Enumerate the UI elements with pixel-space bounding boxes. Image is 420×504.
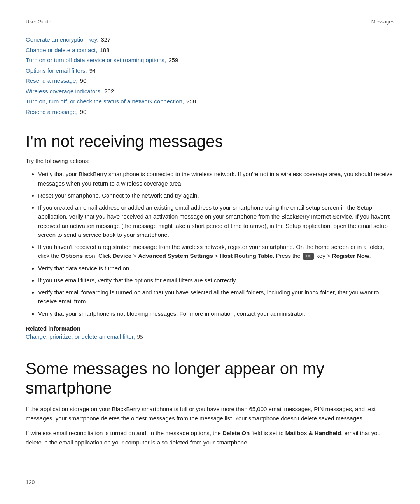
host-bold: Host Routing Table — [220, 252, 273, 259]
link-item: Wireless coverage indicators, 262 — [26, 87, 394, 96]
key-icon — [303, 253, 314, 260]
section1-title: I'm not receiving messages — [26, 132, 394, 151]
options-bold: Options — [61, 252, 83, 259]
link-anchor[interactable]: Options for email filters, — [26, 67, 87, 74]
header-left: User Guide — [26, 19, 51, 24]
svg-rect-3 — [309, 255, 310, 256]
bullet-6: If you use email filters, verify that th… — [38, 276, 394, 285]
section-not-receiving: I'm not receiving messages Try the follo… — [26, 132, 394, 340]
svg-rect-6 — [309, 256, 310, 257]
link-anchor[interactable]: Turn on, turn off, or check the status o… — [26, 98, 184, 105]
related-info-label: Related information — [26, 325, 394, 332]
delete-on-bold: Delete On — [222, 430, 250, 436]
link-page: 90 — [78, 77, 86, 84]
register-bold: Register Now — [332, 252, 369, 259]
mailbox-bold: Mailbox & Handheld — [285, 430, 341, 436]
link-item: Resend a message, 90 — [26, 108, 394, 117]
svg-rect-5 — [308, 256, 309, 257]
link-anchor[interactable]: Turn on or turn off data service or set … — [26, 57, 166, 63]
bullet-3: If you created an email address or added… — [38, 203, 394, 239]
related-link[interactable]: Change, prioritize, or delete an email f… — [26, 333, 135, 340]
link-anchor[interactable]: Generate an encryption key, — [26, 36, 98, 43]
link-page: 259 — [167, 57, 178, 63]
link-anchor[interactable]: Change or delete a contact, — [26, 47, 97, 53]
page-number: 120 — [26, 479, 35, 485]
link-page: 262 — [103, 88, 114, 94]
section-messages-disappear: Some messages no longer appear on my sma… — [26, 359, 394, 447]
page-header: User Guide Messages — [26, 19, 394, 24]
link-anchor[interactable]: Resend a message, — [26, 77, 77, 84]
link-item: Turn on or turn off data service or set … — [26, 56, 394, 65]
bullet-4: If you haven't received a registration m… — [38, 242, 394, 261]
section2-para1: If the application storage on your Black… — [26, 404, 394, 423]
section1-intro: Try the following actions: — [26, 158, 394, 164]
link-anchor[interactable]: Resend a message, — [26, 108, 77, 115]
svg-rect-2 — [308, 255, 309, 256]
link-page: 327 — [99, 36, 110, 43]
svg-rect-4 — [306, 256, 307, 257]
bullet-list: Verify that your BlackBerry smartphone i… — [38, 170, 394, 318]
section2-title: Some messages no longer appear on my sma… — [26, 359, 394, 398]
links-section: Generate an encryption key, 327Change or… — [26, 35, 394, 116]
section2-para2: If wireless email reconciliation is turn… — [26, 429, 394, 447]
link-page: 94 — [88, 67, 96, 74]
page-footer: 120 — [26, 479, 35, 485]
advanced-bold: Advanced System Settings — [138, 252, 213, 259]
link-item: Resend a message, 90 — [26, 77, 394, 86]
link-item: Generate an encryption key, 327 — [26, 35, 394, 44]
link-page: 258 — [185, 98, 196, 105]
bullet-8: Verify that your smartphone is not block… — [38, 309, 394, 318]
link-anchor[interactable]: Wireless coverage indicators, — [26, 88, 102, 94]
link-item: Options for email filters, 94 — [26, 66, 394, 75]
svg-rect-1 — [306, 255, 307, 256]
device-bold: Device — [113, 252, 131, 259]
bullet-5: Verify that data service is turned on. — [38, 264, 394, 273]
header-right: Messages — [371, 19, 394, 24]
link-page: 188 — [98, 47, 109, 53]
link-item: Change or delete a contact, 188 — [26, 46, 394, 55]
related-page: 95 — [136, 334, 143, 340]
bullet-7: Verify that email forwarding is turned o… — [38, 288, 394, 306]
link-item: Turn on, turn off, or check the status o… — [26, 97, 394, 106]
bullet-2: Reset your smartphone. Connect to the ne… — [38, 191, 394, 200]
bullet-1: Verify that your BlackBerry smartphone i… — [38, 170, 394, 188]
link-page: 90 — [78, 108, 86, 115]
